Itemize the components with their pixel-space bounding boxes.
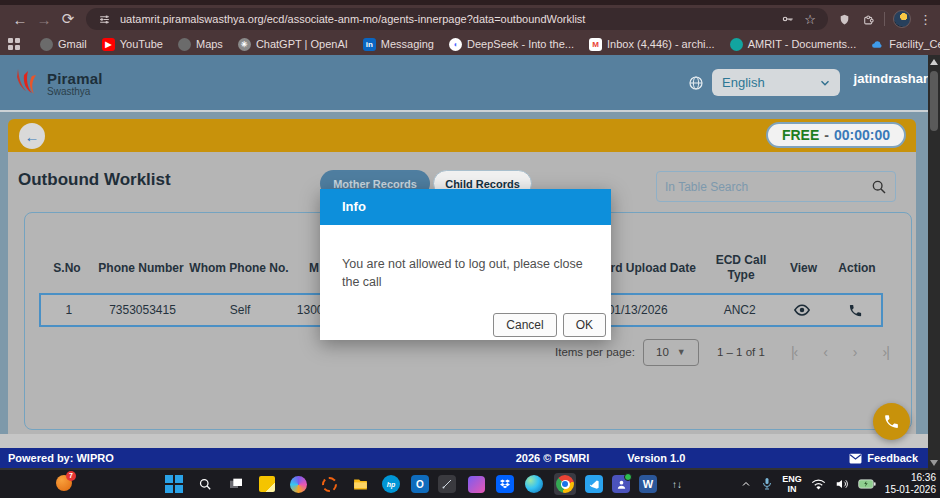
page-range: 1 – 1 of 1 (717, 346, 765, 358)
start-button[interactable] (163, 473, 185, 495)
openai-knot-icon: ✳ (238, 38, 251, 51)
bookmark-chatgpt[interactable]: ✳ ChatGPT | OpenAI (238, 38, 348, 51)
user-menu[interactable]: jatindrashar (850, 71, 928, 86)
bookmark-deepseek[interactable]: ◖ DeepSeek - Into the... (449, 38, 574, 51)
accessibility-icon[interactable]: ↑↓ (666, 473, 688, 495)
bookmark-star-icon[interactable]: ☆ (802, 11, 818, 27)
bookmark-messaging[interactable]: in Messaging (363, 38, 434, 51)
miss-app-icon[interactable] (465, 473, 487, 495)
copilot-icon[interactable] (287, 473, 309, 495)
bookmark-inbox[interactable]: M Inbox (4,446) - archi... (589, 38, 715, 51)
call-timer-pill: FREE - 00:00:00 (766, 122, 906, 148)
outlook-icon[interactable]: O (411, 475, 429, 493)
url-text: uatamrit.piramalswasthya.org/ecd/associa… (120, 13, 780, 25)
call-status-bar: ← FREE - 00:00:00 (8, 119, 916, 152)
adblock-shield-icon[interactable] (836, 11, 852, 27)
address-bar[interactable]: uatamrit.piramalswasthya.org/ecd/associa… (86, 8, 828, 30)
version: Version 1.0 (627, 452, 685, 464)
bookmark-maps[interactable]: Maps (178, 38, 223, 51)
forward-icon[interactable]: → (32, 11, 56, 28)
back-icon[interactable]: ← (8, 11, 32, 28)
volume-icon[interactable] (835, 477, 849, 491)
sticky-notes-icon[interactable] (256, 473, 278, 495)
dark-app-icon[interactable] (438, 475, 456, 493)
table-search-box (656, 171, 896, 202)
call-fab-button[interactable] (873, 403, 910, 440)
dropbox-icon[interactable] (496, 475, 514, 493)
items-per-page-label: Items per page: (555, 346, 635, 358)
extensions-puzzle-icon[interactable] (860, 11, 876, 27)
brand-name: Piramal (47, 70, 103, 87)
hp-app-icon[interactable]: hp (380, 473, 402, 495)
scroll-down-arrow[interactable] (930, 460, 938, 466)
last-page-icon[interactable]: ›| (883, 344, 889, 360)
file-explorer-icon[interactable] (349, 473, 371, 495)
page-scrollbar[interactable] (928, 55, 940, 470)
app-header: Piramal Swasthya English jatindrashar (0, 55, 940, 112)
wifi-icon[interactable] (811, 478, 826, 491)
vscode-icon[interactable] (585, 475, 603, 493)
search-input[interactable] (665, 180, 871, 194)
clock-time: 16:36 (911, 472, 936, 483)
prev-page-icon[interactable]: ‹ (823, 344, 827, 360)
chrome-icon[interactable] (554, 473, 576, 495)
app-footer: Powered by: WIPRO 2026 © PSMRI Version 1… (0, 448, 928, 468)
word-icon[interactable]: W (639, 475, 657, 493)
amrit-icon (730, 38, 743, 51)
page-size-select[interactable]: 10 ▼ (643, 339, 699, 366)
bookmark-facility[interactable]: Facility_Certification... (871, 38, 940, 51)
person-icon (850, 71, 851, 86)
cell-whom: Self (188, 303, 292, 318)
bookmark-amrit[interactable]: AMRIT - Documents... (730, 38, 857, 51)
ok-button[interactable]: OK (563, 313, 606, 337)
bookmark-youtube[interactable]: ▶ YouTube (102, 38, 163, 51)
cell-phone: 7353053415 (97, 303, 189, 318)
globe-icon (40, 38, 53, 51)
chevron-down-icon (818, 76, 832, 90)
scroll-thumb[interactable] (930, 71, 938, 131)
tray-chevron-up-icon[interactable] (740, 478, 752, 490)
brand-subname: Swasthya (47, 86, 103, 97)
first-page-icon[interactable]: |‹ (791, 344, 797, 360)
battery-icon[interactable] (858, 478, 876, 490)
view-eye-icon[interactable] (775, 301, 830, 319)
action-call-icon[interactable] (829, 303, 881, 318)
task-view-icon[interactable] (225, 473, 247, 495)
site-info-icon[interactable] (96, 11, 112, 27)
next-page-icon[interactable]: › (853, 344, 857, 360)
scroll-up-arrow[interactable] (930, 59, 938, 65)
language-value: English (722, 75, 818, 90)
system-clock[interactable]: 16:36 15-01-2026 (885, 472, 936, 496)
menu-kebab-icon[interactable]: ⋮ (919, 12, 932, 27)
caret-down-icon: ▼ (677, 347, 686, 357)
bookmark-gmail[interactable]: Gmail (40, 38, 87, 51)
language-select[interactable]: English (712, 69, 840, 96)
linkedin-icon: in (363, 38, 376, 51)
teams-icon[interactable] (612, 475, 630, 493)
page-title: Outbound Worklist (18, 170, 171, 190)
reload-icon[interactable]: ⟳ (56, 10, 80, 28)
search-icon[interactable] (871, 179, 887, 195)
pagination: Items per page: 10 ▼ 1 – 1 of 1 |‹ ‹ › ›… (555, 338, 889, 366)
piramal-flame-icon (14, 67, 40, 99)
profile-avatar[interactable] (893, 10, 911, 28)
envelope-icon (849, 453, 862, 464)
call-status: FREE (782, 127, 819, 143)
feedback-link[interactable]: Feedback (849, 452, 918, 464)
call-timer: 00:00:00 (834, 127, 890, 143)
cancel-button[interactable]: Cancel (493, 313, 556, 337)
sync-app-icon[interactable] (318, 473, 340, 495)
microphone-icon[interactable] (761, 477, 773, 491)
edge-icon[interactable] (523, 473, 545, 495)
cell-sno: 1 (41, 303, 97, 318)
username: jatindrashar (854, 71, 928, 86)
language-indicator[interactable]: ENG IN (782, 474, 802, 495)
password-key-icon[interactable] (780, 11, 796, 27)
clock-date: 15-01-2026 (885, 484, 936, 495)
taskbar-search-icon[interactable] (194, 473, 216, 495)
notification-badge-icon[interactable]: 7 (56, 475, 72, 491)
apps-grid-icon[interactable] (8, 38, 20, 50)
copyright: 2026 © PSMRI (516, 452, 590, 464)
youtube-play-icon: ▶ (102, 38, 115, 51)
back-button[interactable]: ← (19, 123, 45, 149)
